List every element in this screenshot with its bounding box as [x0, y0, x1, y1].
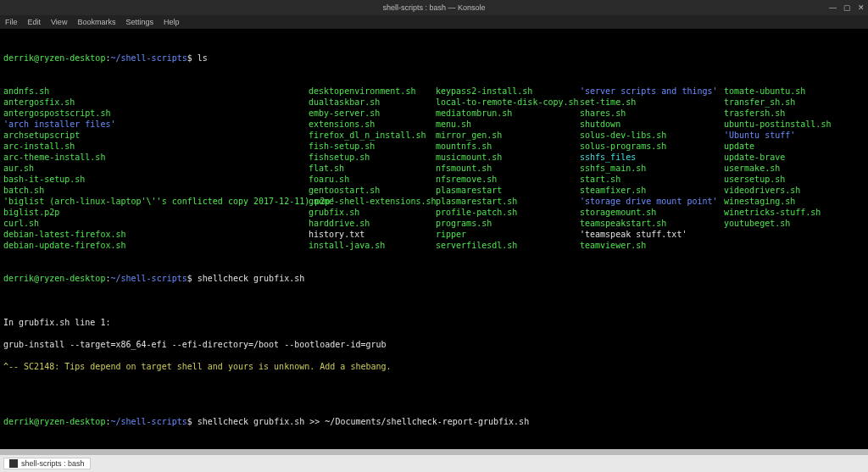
shellcheck-code: grub-install --target=x86_64-efi --efi-d… [3, 339, 865, 350]
ls-entry: antergosfix.sh [3, 97, 309, 108]
menu-settings[interactable]: Settings [125, 18, 153, 26]
ls-entry: serverfilesdl.sh [436, 240, 580, 251]
taskbar-item[interactable]: shell-scripts : bash [3, 458, 91, 469]
ls-entry: emby-server.sh [309, 108, 436, 119]
menu-file[interactable]: File [5, 18, 18, 26]
ls-column: 'server scripts and things'set-time.shsh… [580, 86, 724, 251]
ls-entry: archsetupscript [3, 130, 309, 141]
command-shellcheck-redirect: shellcheck grubfix.sh >> ~/Documents/she… [198, 417, 529, 426]
ls-entry: update-brave [724, 152, 860, 163]
ls-entry: winetricks-stuff.sh [724, 207, 860, 218]
ls-entry: profile-patch.sh [436, 207, 580, 218]
terminal-viewport[interactable]: derrik@ryzen-desktop:~/shell-scripts$ ls… [0, 29, 868, 455]
menubar: File Edit View Bookmarks Settings Help [0, 15, 868, 29]
ls-entry: history.txt [309, 229, 436, 240]
ls-entry: programs.sh [436, 218, 580, 229]
window-maximize-button[interactable]: ▢ [843, 3, 851, 12]
ls-column: tomate-ubuntu.shtransfer_sh.shtrasfersh.… [724, 86, 860, 251]
ls-entry: mediatombrun.sh [436, 108, 580, 119]
ls-entry: extensions.sh [309, 119, 436, 130]
ls-entry: debian-update-firefox.sh [3, 240, 309, 251]
ls-entry: 'teamspeak stuff.txt' [580, 229, 724, 240]
ls-entry: transfer_sh.sh [724, 97, 860, 108]
ls-entry: aur.sh [3, 163, 309, 174]
ls-entry: grubfix.sh [309, 207, 436, 218]
ls-entry: youtubeget.sh [724, 218, 860, 229]
ls-entry: update [724, 141, 860, 152]
ls-entry: debian-latest-firefox.sh [3, 229, 309, 240]
ls-entry: bash-it-setup.sh [3, 174, 309, 185]
ls-entry: gentoostart.sh [309, 185, 436, 196]
ls-entry: nfsremove.sh [436, 174, 580, 185]
ls-entry: sshfs_files [580, 152, 724, 163]
ls-entry: local-to-remote-disk-copy.sh [436, 97, 580, 108]
ls-entry: steamfixer.sh [580, 185, 724, 196]
menu-help[interactable]: Help [164, 18, 180, 26]
ls-output: andnfs.shantergosfix.shantergospostscrip… [3, 86, 865, 251]
ls-entry: flat.sh [309, 163, 436, 174]
shellcheck-header: In grubfix.sh line 1: [3, 317, 865, 328]
ls-entry: harddrive.sh [309, 218, 436, 229]
ls-entry: usersetup.sh [724, 174, 860, 185]
shellcheck-warning: ^-- SC2148: Tips depend on target shell … [3, 361, 865, 372]
ls-entry: menu.sh [436, 119, 580, 130]
ls-entry: sshfs_main.sh [580, 163, 724, 174]
prompt-cwd: ~/shell-scripts [110, 53, 186, 63]
ls-entry: desktopenvironment.sh [309, 86, 436, 97]
menu-edit[interactable]: Edit [28, 18, 42, 26]
ls-entry: fishsetup.sh [309, 152, 436, 163]
menu-bookmarks[interactable]: Bookmarks [77, 18, 115, 26]
ls-entry: gnome-shell-extensions.sh [309, 196, 436, 207]
window-titlebar: shell-scripts : bash — Konsole — ▢ ✕ [0, 0, 868, 15]
ls-entry: keypass2-install.sh [436, 86, 580, 97]
ls-entry: fish-setup.sh [309, 141, 436, 152]
ls-entry: shares.sh [580, 108, 724, 119]
ls-entry: set-time.sh [580, 97, 724, 108]
ls-entry: solus-programs.sh [580, 141, 724, 152]
ls-entry: plasmarestart [436, 185, 580, 196]
ls-entry: plasmarestart.sh [436, 196, 580, 207]
terminal-icon [9, 459, 18, 468]
ls-column: keypass2-install.shlocal-to-remote-disk-… [436, 86, 580, 251]
window-title: shell-scripts : bash — Konsole [382, 3, 485, 12]
ls-entry: storagemount.sh [580, 207, 724, 218]
terminal-line: derrik@ryzen-desktop:~/shell-scripts$ ls [3, 53, 865, 64]
window-minimize-button[interactable]: — [829, 3, 837, 12]
menu-view[interactable]: View [51, 18, 67, 26]
ls-entry: arc-theme-install.sh [3, 152, 309, 163]
ls-entry: firefox_dl_n_install.sh [309, 130, 436, 141]
terminal-line: derrik@ryzen-desktop:~/shell-scripts$ sh… [3, 416, 865, 427]
ls-entry: install-java.sh [309, 240, 436, 251]
ls-entry: dualtaskbar.sh [309, 97, 436, 108]
terminal-line [3, 383, 865, 394]
prompt-user-host: derrik@ryzen-desktop [3, 53, 105, 63]
ls-entry: mirror_gen.sh [436, 130, 580, 141]
ls-entry: videodrivers.sh [724, 185, 860, 196]
ls-entry: winestaging.sh [724, 196, 860, 207]
ls-column: desktopenvironment.shdualtaskbar.shemby-… [309, 86, 436, 251]
ls-entry: ripper [436, 229, 580, 240]
command-ls: ls [198, 53, 208, 63]
ls-entry: biglist.p2p [3, 207, 309, 218]
window-close-button[interactable]: ✕ [858, 3, 865, 12]
ls-entry: tomate-ubuntu.sh [724, 86, 860, 97]
ls-entry: 'storage drive mount point' [580, 196, 724, 207]
ls-entry: trasfersh.sh [724, 108, 860, 119]
ls-entry: mountnfs.sh [436, 141, 580, 152]
command-shellcheck: shellcheck grubfix.sh [198, 274, 304, 283]
ls-entry: antergospostscript.sh [3, 108, 309, 119]
taskbar[interactable]: shell-scripts : bash [0, 455, 868, 472]
ls-entry: shutdown [580, 119, 724, 130]
ls-entry: usermake.sh [724, 163, 860, 174]
ls-entry: batch.sh [3, 185, 309, 196]
ls-entry: nfsmount.sh [436, 163, 580, 174]
terminal-selection: derrik@ryzen-desktop:~/shell-scripts$ ca… [0, 449, 868, 455]
ls-entry: arc-install.sh [3, 141, 309, 152]
terminal-line: derrik@ryzen-desktop:~/shell-scripts$ sh… [3, 273, 865, 284]
terminal-line [3, 295, 865, 306]
ls-column: andnfs.shantergosfix.shantergospostscrip… [3, 86, 309, 251]
ls-entry: musicmount.sh [436, 152, 580, 163]
ls-entry: start.sh [580, 174, 724, 185]
ls-entry: 'arch installer files' [3, 119, 309, 130]
window-controls: — ▢ ✕ [829, 3, 865, 12]
